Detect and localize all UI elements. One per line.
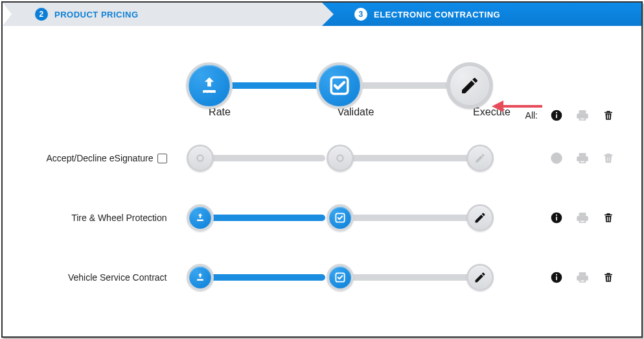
info-icon[interactable] xyxy=(549,211,564,225)
product-row: Vehicle Service Contract xyxy=(29,257,615,298)
step-electronic-contracting[interactable]: 3 ELECTRONIC CONTRACTING xyxy=(322,3,641,26)
svg-point-12 xyxy=(556,155,557,156)
svg-rect-6 xyxy=(556,114,557,118)
step-label: PRODUCT PRICING xyxy=(54,10,139,19)
step-label: ELECTRONIC CONTRACTING xyxy=(374,10,500,19)
svg-point-9 xyxy=(337,155,343,161)
execute-node[interactable] xyxy=(466,264,494,291)
svg-point-8 xyxy=(197,155,203,161)
trash-icon[interactable] xyxy=(601,270,615,285)
info-icon[interactable] xyxy=(549,108,564,123)
step-number: 2 xyxy=(35,8,48,21)
svg-rect-21 xyxy=(556,276,557,280)
svg-rect-11 xyxy=(556,157,557,161)
row-label: Accept/Decline eSignature xyxy=(47,153,154,163)
svg-rect-0 xyxy=(203,90,216,93)
trash-icon[interactable] xyxy=(601,151,615,165)
info-icon[interactable] xyxy=(549,151,564,165)
svg-rect-16 xyxy=(556,216,557,220)
col-rate: Rate xyxy=(194,106,246,118)
progress-header-row: All: xyxy=(29,65,615,106)
rate-node[interactable] xyxy=(187,264,214,291)
rate-node[interactable] xyxy=(186,62,233,109)
print-icon[interactable] xyxy=(575,211,590,225)
row-label: Tire & Wheel Protection xyxy=(71,213,167,223)
product-row: Tire & Wheel Protection xyxy=(29,197,615,239)
svg-point-22 xyxy=(556,274,557,275)
trash-icon[interactable] xyxy=(601,211,615,225)
rate-node[interactable] xyxy=(187,204,214,231)
svg-point-17 xyxy=(556,215,557,216)
print-icon[interactable] xyxy=(575,108,590,123)
execute-node[interactable] xyxy=(466,145,494,172)
svg-rect-18 xyxy=(197,279,203,281)
product-row: Accept/Decline eSignature xyxy=(29,137,615,179)
step-product-pricing[interactable]: 2 PRODUCT PRICING xyxy=(3,3,322,26)
svg-point-1 xyxy=(205,93,206,94)
svg-rect-13 xyxy=(197,220,203,222)
svg-point-2 xyxy=(209,93,210,94)
esignature-checkbox[interactable] xyxy=(157,154,167,163)
rate-node[interactable] xyxy=(187,145,214,172)
wizard-stepper: 2 PRODUCT PRICING 3 ELECTRONIC CONTRACTI… xyxy=(3,3,641,26)
print-icon[interactable] xyxy=(575,151,590,165)
svg-point-3 xyxy=(213,93,214,94)
step-number: 3 xyxy=(354,8,367,21)
validate-node[interactable] xyxy=(327,264,354,291)
row-label: Vehicle Service Contract xyxy=(68,272,167,283)
svg-point-7 xyxy=(556,112,557,113)
execute-node[interactable] xyxy=(446,62,493,109)
print-icon[interactable] xyxy=(575,270,590,285)
info-icon[interactable] xyxy=(549,270,564,285)
trash-icon[interactable] xyxy=(601,108,615,123)
validate-node[interactable] xyxy=(316,62,363,109)
execute-node[interactable] xyxy=(466,204,494,231)
validate-node[interactable] xyxy=(327,204,354,231)
all-label: All: xyxy=(525,110,538,121)
validate-node[interactable] xyxy=(327,145,354,172)
